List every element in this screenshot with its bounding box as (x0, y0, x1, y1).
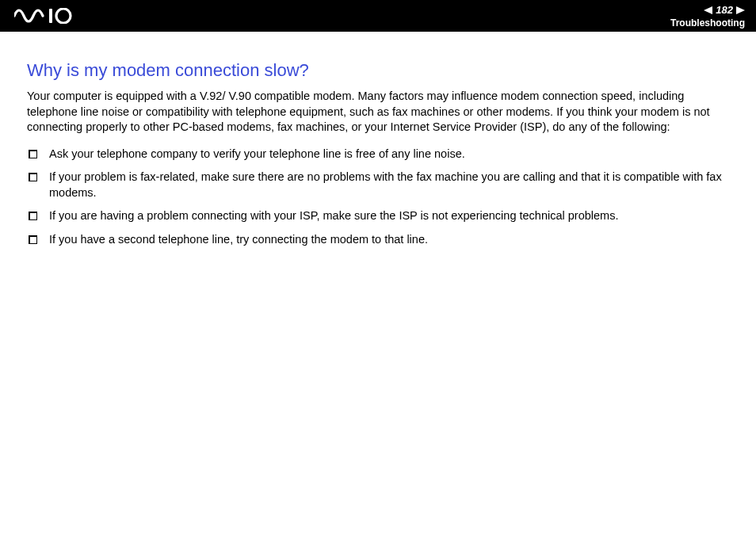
section-label: Troubleshooting (670, 18, 745, 29)
list-item-text: Ask your telephone company to verify you… (49, 147, 465, 160)
list-item: If you are having a problem connecting w… (27, 208, 729, 224)
bullet-icon (29, 150, 37, 158)
list-item-text: If your problem is fax-related, make sur… (49, 170, 722, 199)
svg-marker-3 (736, 6, 745, 14)
bullet-icon (29, 235, 37, 244)
list-item-text: If you are having a problem connecting w… (49, 209, 618, 222)
list-item: If you have a second telephone line, try… (27, 232, 729, 248)
page-number: 182 (716, 5, 733, 16)
page-heading: Why is my modem connection slow? (27, 60, 729, 81)
page-content: Why is my modem connection slow? Your co… (0, 32, 756, 272)
list-item: Ask your telephone company to verify you… (27, 147, 729, 162)
svg-rect-0 (49, 9, 52, 23)
page-prev-icon[interactable] (704, 3, 712, 17)
list-item: If your problem is fax-related, make sur… (27, 170, 729, 200)
page-indicator: 182 (704, 3, 745, 17)
bullet-icon (29, 173, 37, 181)
intro-paragraph: Your computer is equipped with a V.92/ V… (27, 89, 729, 135)
page-next-icon[interactable] (736, 3, 745, 17)
svg-marker-2 (704, 6, 712, 14)
list-item-text: If you have a second telephone line, try… (49, 233, 428, 246)
header-right: 182 Troubleshooting (670, 3, 745, 29)
bullet-icon (29, 212, 37, 220)
svg-point-1 (56, 9, 71, 23)
bullet-list: Ask your telephone company to verify you… (27, 147, 729, 248)
vaio-logo (14, 8, 87, 24)
header-bar: 182 Troubleshooting (0, 0, 756, 32)
